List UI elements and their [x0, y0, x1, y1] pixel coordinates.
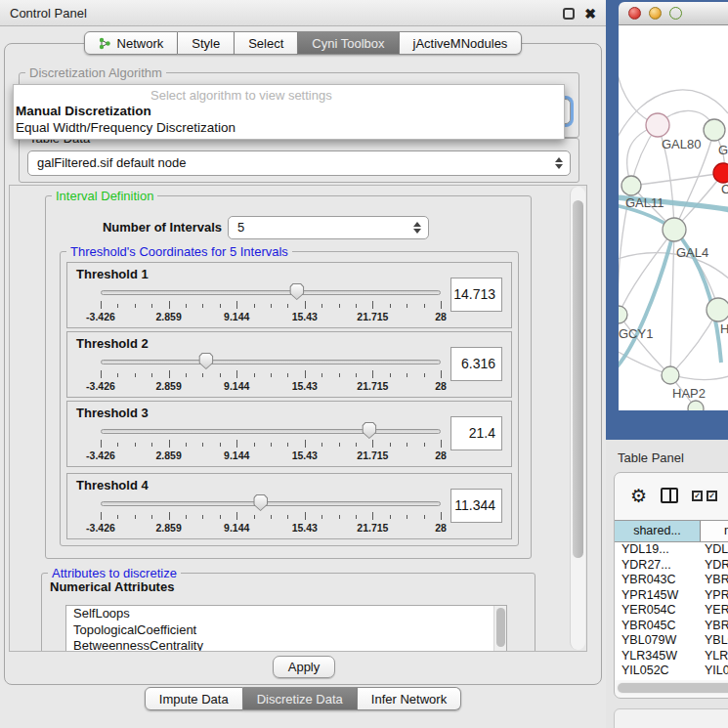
- list-scrollbar[interactable]: [493, 606, 506, 652]
- threshold-1-slider[interactable]: -3.4262.8599.14415.4321.71528: [101, 284, 441, 323]
- node-partial-bottom: [688, 401, 704, 410]
- attribute-list-item[interactable]: TopologicalCoefficient: [66, 622, 506, 639]
- close-traffic-light-icon[interactable]: [628, 7, 641, 20]
- number-of-intervals-value: 5: [237, 220, 244, 235]
- gear-icon[interactable]: ⚙: [630, 487, 647, 505]
- apply-button[interactable]: Apply: [273, 656, 335, 678]
- threshold-3-panel: Threshold 3 -3.4262.8599.14415.4321.7152…: [66, 401, 512, 467]
- node-label-partial-g: G: [718, 143, 728, 157]
- slider-track[interactable]: [101, 501, 441, 506]
- tab-select[interactable]: Select: [235, 31, 298, 55]
- table-data-combobox[interactable]: galFiltered.sif default node: [27, 150, 571, 176]
- group-title: Interval Definition: [52, 189, 157, 203]
- table-row[interactable]: YBL079WYBL0: [615, 633, 728, 649]
- node-gal11: [621, 176, 641, 195]
- table-header-row: shared... n: [615, 520, 728, 542]
- combo-spinner-icon: [413, 222, 421, 234]
- dropdown-item-equal-width-frequency[interactable]: Equal Width/Frequency Discretization: [16, 120, 236, 135]
- checkbox-select-icon[interactable]: ✓: [707, 491, 717, 501]
- tab-cyni-toolbox[interactable]: Cyni Toolbox: [298, 31, 399, 55]
- node-partial-top-right: [704, 119, 725, 141]
- network-canvas[interactable]: GAL80 G C GAL11 GAL4 GCY1 H HAP2: [619, 25, 728, 410]
- attribute-list-item[interactable]: BetweennessCentrality: [66, 638, 506, 652]
- close-icon[interactable]: ✖: [584, 8, 596, 20]
- node-label-gcy1: GCY1: [619, 326, 653, 341]
- slider-thumb[interactable]: [198, 353, 213, 369]
- algorithm-dropdown-popup: Select algorithm to view settings Manual…: [13, 84, 565, 140]
- node-gal4: [663, 218, 686, 241]
- threshold-label: Threshold 1: [76, 267, 149, 281]
- threshold-3-value-field[interactable]: 21.4: [450, 416, 502, 450]
- node-partial-right: [707, 298, 728, 321]
- table-row[interactable]: YBR043CYBR0: [615, 573, 728, 588]
- node-label-partial-c: C: [721, 182, 728, 196]
- tab-infer-network[interactable]: Infer Network: [358, 687, 461, 710]
- dropdown-placeholder-item: Select algorithm to view settings: [150, 88, 332, 103]
- table-row[interactable]: YPR145WYPR1: [615, 588, 728, 604]
- control-panel-tabs: Network Style Select Cyni Toolbox jActiv…: [0, 31, 606, 55]
- settings-scrollbar[interactable]: [570, 187, 585, 650]
- split-columns-icon[interactable]: [661, 488, 678, 503]
- tab-network[interactable]: Network: [84, 31, 179, 55]
- interval-definition-group: Interval Definition Number of Intervals …: [45, 195, 532, 559]
- float-window-icon[interactable]: [563, 8, 575, 20]
- slider-thumb[interactable]: [289, 283, 304, 300]
- numerical-attributes-list[interactable]: SelfLoopsTopologicalCoefficientBetweenne…: [65, 605, 507, 652]
- network-window-titlebar[interactable]: [619, 2, 728, 25]
- group-title: Attributes to discretize: [48, 566, 181, 580]
- threshold-1-panel: Threshold 1 -3.4262.8599.14415.4321.7152…: [66, 262, 512, 328]
- slider-track[interactable]: [101, 290, 441, 295]
- panel-title: Control Panel: [10, 6, 87, 21]
- table-row[interactable]: YER054CYER0: [615, 603, 728, 619]
- slider-thumb[interactable]: [253, 494, 268, 511]
- checkbox-select-icon[interactable]: ✓: [692, 491, 703, 501]
- table-row[interactable]: YLR345WYLR3: [615, 649, 728, 664]
- slider-ticks: [101, 370, 441, 379]
- slider-tick-labels: -3.4262.8599.14415.4321.71528: [101, 380, 441, 392]
- table-horizontal-scrollbar[interactable]: [617, 682, 728, 694]
- slider-track[interactable]: [101, 429, 441, 434]
- table-row[interactable]: YDR27...YDR2: [615, 558, 728, 574]
- threshold-1-value-field[interactable]: 14.713: [450, 278, 502, 312]
- number-of-intervals-combobox[interactable]: 5: [228, 216, 429, 239]
- combo-spinner-icon: [555, 157, 563, 169]
- threshold-4-slider[interactable]: -3.4262.8599.14415.4321.71528: [101, 495, 441, 535]
- node-gal80: [646, 113, 669, 137]
- slider-track[interactable]: [101, 360, 441, 364]
- threshold-label: Threshold 2: [76, 336, 149, 351]
- slider-tick-labels: -3.4262.8599.14415.4321.71528: [101, 522, 441, 534]
- tab-jactivemnodules[interactable]: jActiveMNodules: [400, 31, 523, 55]
- attributes-group: Attributes to discretize Numerical Attri…: [41, 573, 535, 652]
- table-data-selected: galFiltered.sif default node: [37, 155, 186, 170]
- group-title: Discretization Algorithm: [25, 65, 166, 80]
- attribute-list-item[interactable]: SelfLoops: [66, 606, 506, 622]
- zoom-traffic-light-icon[interactable]: [669, 7, 682, 20]
- tab-style[interactable]: Style: [178, 31, 235, 55]
- table-row[interactable]: YBR045CYBR0: [615, 619, 728, 634]
- slider-ticks: [101, 301, 441, 310]
- control-panel-window: Control Panel ✖ Discretization Algorithm…: [0, 0, 606, 728]
- node-label-gal4: GAL4: [676, 245, 708, 260]
- node-table-body: YDL19...YDL1YDR27...YDR2YBR043CYBR0YPR14…: [615, 542, 728, 680]
- slider-tick-labels: -3.4262.8599.14415.4321.71528: [101, 311, 441, 322]
- node-hap2: [662, 366, 679, 384]
- threshold-4-value-field[interactable]: 11.344: [450, 489, 502, 523]
- column-header-name[interactable]: n: [701, 521, 728, 541]
- table-row[interactable]: YDL19...YDL1: [615, 542, 728, 558]
- slider-ticks: [101, 512, 441, 521]
- tab-impute-data[interactable]: Impute Data: [145, 687, 243, 710]
- numerical-attributes-label: Numerical Attributes: [50, 579, 174, 594]
- settings-scrollpane: Interval Definition Number of Intervals …: [9, 185, 587, 652]
- column-header-shared-name[interactable]: shared...: [615, 521, 701, 541]
- minimize-traffic-light-icon[interactable]: [649, 7, 662, 20]
- tab-discretize-data[interactable]: Discretize Data: [243, 687, 358, 710]
- threshold-2-value-field[interactable]: 6.316: [450, 347, 502, 381]
- threshold-2-slider[interactable]: -3.4262.8599.14415.4321.71528: [101, 354, 441, 393]
- cyni-mode-tabs: Impute Data Discretize Data Infer Networ…: [0, 687, 606, 710]
- dropdown-item-manual-discretization[interactable]: Manual Discretization: [16, 104, 151, 118]
- control-panel-titlebar: Control Panel ✖: [0, 0, 606, 26]
- slider-thumb[interactable]: [362, 422, 376, 439]
- threshold-3-slider[interactable]: -3.4262.8599.14415.4321.71528: [101, 423, 441, 462]
- node-label-hap2: HAP2: [672, 386, 706, 401]
- table-row[interactable]: YIL052CYIL0: [615, 664, 728, 679]
